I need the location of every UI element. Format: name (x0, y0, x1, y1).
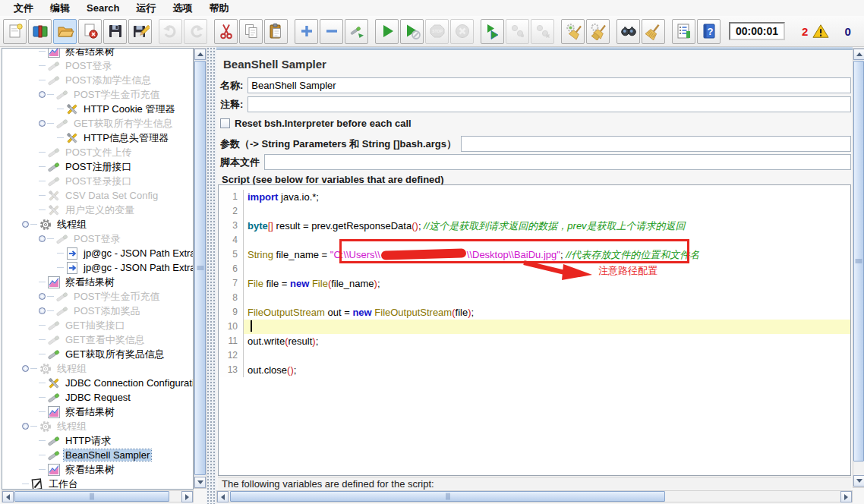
code-line-9: 9FileOutputStream out = new FileOutputSt… (219, 305, 850, 320)
tree-connector (39, 411, 46, 412)
test-plan-tree[interactable]: 察看结果树POST登录POST添加学生信息POST学生金币充值HTTP Cook… (2, 48, 194, 490)
tree-item-http信息头管理器[interactable]: HTTP信息头管理器 (2, 131, 193, 145)
menu-run[interactable]: 运行 (128, 0, 163, 17)
scroll-left-button[interactable] (217, 491, 229, 502)
templates-button[interactable] (28, 19, 52, 44)
tree-connector (39, 469, 46, 470)
menu-edit[interactable]: 编辑 (43, 0, 77, 17)
tree-item-察看结果树[interactable]: 察看结果树 (2, 275, 193, 289)
tree-item-jdbc-request[interactable]: JDBC Request (2, 390, 193, 405)
menu-help[interactable]: 帮助 (201, 0, 236, 17)
tree-item-jp@gc---json-path-extracto[interactable]: jp@gc - JSON Path Extracto (2, 246, 193, 260)
expand-knob-icon[interactable] (39, 91, 46, 98)
toggle-button[interactable] (345, 19, 368, 44)
clear-all-button[interactable] (586, 19, 610, 44)
paste-button[interactable] (264, 19, 288, 44)
search-reset-button[interactable] (642, 19, 665, 44)
expand-knob-icon[interactable] (22, 365, 29, 372)
tree-item-post添加奖品[interactable]: POST添加奖品 (2, 304, 193, 318)
tree-item-post登录[interactable]: POST登录 (2, 232, 193, 246)
expand-knob-icon[interactable] (22, 423, 29, 430)
code-editor[interactable]: 1import java.io.*;23byte[] result = prev… (218, 184, 851, 476)
tree-item-post注册接口[interactable]: POST注册接口 (2, 159, 193, 174)
error-count[interactable]: 2 (802, 25, 808, 38)
scroll-left-button[interactable] (2, 491, 14, 502)
reset-interpreter-checkbox[interactable] (220, 118, 230, 128)
tree-scroll-thumb[interactable] (194, 61, 206, 475)
menu-file[interactable]: 文件 (6, 0, 41, 17)
tree-item-jdbc-connection-configuration[interactable]: JDBC Connection Configuration (2, 376, 193, 390)
tree-item-线程组[interactable]: 线程组 (2, 361, 193, 376)
cut-button[interactable] (214, 19, 238, 44)
panel-splitter[interactable] (207, 47, 216, 504)
tree-item-get查看中奖信息[interactable]: GET查看中奖信息 (2, 332, 193, 347)
tree-item-http-cookie-管理器[interactable]: HTTP Cookie 管理器 (2, 102, 193, 116)
tree-item-post添加学生信息[interactable]: POST添加学生信息 (2, 73, 193, 87)
new-file-button[interactable] (3, 19, 27, 44)
tree-item-post登录接口[interactable]: POST登录接口 (2, 174, 193, 188)
tree-item-get抽奖接口[interactable]: GET抽奖接口 (2, 318, 193, 332)
comment-input[interactable] (248, 96, 851, 112)
main-horizontal-scrollbar[interactable] (216, 490, 853, 502)
menu-options[interactable]: 选项 (165, 0, 200, 17)
open-file-button[interactable] (53, 19, 77, 44)
scroll-down-button[interactable] (853, 475, 864, 487)
expand-knob-icon[interactable] (39, 120, 46, 127)
tree-hscroll-thumb[interactable] (14, 491, 169, 502)
tree-item-post学生金币充值[interactable]: POST学生金币充值 (2, 289, 193, 304)
tree-item-线程组[interactable]: 线程组 (2, 419, 193, 433)
tree-item-察看结果树[interactable]: 察看结果树 (2, 405, 193, 419)
tree-item-post文件上传[interactable]: POST文件上传 (2, 145, 193, 159)
code-text: File file = new File(file_name); (244, 278, 380, 289)
tree-item-用户定义的变量[interactable]: 用户定义的变量 (2, 203, 193, 217)
expand-knob-icon[interactable] (22, 221, 29, 228)
tree-item-工作台[interactable]: 工作台 (2, 477, 193, 490)
tree-item-察看结果树[interactable]: 察看结果树 (2, 48, 193, 58)
save-as-button[interactable] (128, 19, 152, 44)
menu-search[interactable]: Search (79, 1, 127, 15)
main-scroll-thumb[interactable] (853, 61, 864, 461)
tree-item-察看结果树[interactable]: 察看结果树 (2, 462, 193, 477)
expand-knob-icon[interactable] (39, 293, 46, 300)
close-file-button[interactable] (78, 19, 102, 44)
remote-start-all-button[interactable] (481, 19, 504, 44)
tree-item-http请求[interactable]: HTTP请求 (2, 433, 193, 448)
config-icon (47, 376, 61, 390)
start-button[interactable] (375, 19, 399, 44)
start-no-timers-button[interactable] (400, 19, 424, 44)
toolbar-separator (208, 19, 213, 44)
tree-item-label: 察看结果树 (64, 276, 116, 289)
scroll-right-button[interactable] (181, 491, 193, 502)
save-button[interactable] (103, 19, 127, 44)
script-file-input[interactable] (264, 154, 851, 170)
main-hscroll-thumb[interactable] (230, 491, 665, 502)
scroll-right-button[interactable] (840, 491, 852, 502)
name-input[interactable] (248, 77, 851, 93)
tree-item-get获取所有学生信息[interactable]: GET获取所有学生信息 (2, 116, 193, 131)
function-helper-button[interactable] (672, 19, 695, 44)
tree-item-post登录[interactable]: POST登录 (2, 58, 193, 73)
expand-knob-icon[interactable] (39, 235, 46, 242)
collapse-all-button[interactable] (320, 19, 343, 44)
tree-vertical-scrollbar[interactable] (194, 48, 207, 489)
copy-button[interactable] (239, 19, 263, 44)
help-button[interactable]: ? (697, 19, 721, 44)
clear-button[interactable] (561, 19, 585, 44)
scroll-up-button[interactable] (853, 49, 864, 60)
search-button[interactable] (616, 19, 640, 44)
tree-item-jp@gc---json-path-extracto[interactable]: jp@gc - JSON Path Extracto (2, 260, 193, 275)
warning-icon[interactable] (812, 23, 829, 39)
parameters-input[interactable] (461, 136, 851, 152)
expand-knob-icon[interactable] (39, 307, 46, 314)
tree-item-beanshell-sampler[interactable]: BeanShell Sampler (2, 448, 193, 462)
tree-item-csv-data-set-config[interactable]: CSV Data Set Config (2, 188, 193, 203)
main-vertical-scrollbar[interactable] (853, 48, 864, 488)
scroll-down-button[interactable] (194, 477, 206, 488)
tree-horizontal-scrollbar[interactable] (2, 490, 194, 502)
tree-item-线程组[interactable]: 线程组 (2, 217, 193, 232)
scroll-up-button[interactable] (194, 49, 206, 60)
expand-all-button[interactable] (295, 19, 318, 44)
tree-item-get获取所有奖品信息[interactable]: GET获取所有奖品信息 (2, 347, 193, 361)
tree-connector (39, 354, 46, 354)
tree-item-post学生金币充值[interactable]: POST学生金币充值 (2, 87, 193, 102)
